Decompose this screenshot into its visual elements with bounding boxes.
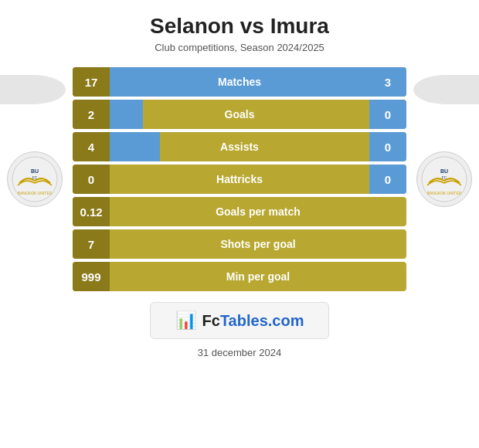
- stat-row: 2Goals0: [73, 100, 406, 129]
- stat-label: Assists: [110, 141, 369, 153]
- stat-row: 0Hattricks0: [73, 165, 406, 194]
- stat-right-value: 0: [369, 165, 406, 194]
- single-stat-value: 7: [73, 229, 110, 259]
- svg-text:BANGKOK UNITED: BANGKOK UNITED: [427, 191, 462, 195]
- fctables-label: FcTables.com: [202, 312, 304, 330]
- stat-label: Matches: [110, 76, 369, 88]
- stat-row: 17Matches3: [73, 67, 406, 97]
- stats-column: 17Matches32Goals04Assists00Hattricks00.1…: [70, 67, 409, 291]
- stat-row: 4Assists0: [73, 132, 406, 161]
- svg-text:BANGKOK UNITED: BANGKOK UNITED: [18, 191, 53, 195]
- single-stat-row: 0.12Goals per match: [73, 197, 406, 226]
- left-team-logo: BU FC BANGKOK UNITED: [0, 151, 70, 207]
- svg-text:BU: BU: [31, 168, 39, 174]
- right-ellipse: [413, 75, 479, 104]
- stat-left-value: 4: [73, 132, 110, 161]
- stat-left-value: 2: [73, 100, 110, 129]
- single-stat-label: Min per goal: [110, 270, 406, 283]
- single-stat-label: Goals per match: [110, 205, 406, 218]
- fctables-chart-icon: 📊: [175, 311, 196, 331]
- stat-label: Goals: [110, 108, 369, 120]
- fctables-badge: 📊 FcTables.com: [150, 302, 330, 339]
- stat-label: Hattricks: [110, 173, 369, 185]
- stat-right-value: 0: [369, 132, 406, 161]
- single-stat-value: 0.12: [73, 197, 110, 226]
- svg-text:BU: BU: [440, 168, 448, 174]
- single-stat-value: 999: [73, 262, 110, 291]
- single-stat-row: 999Min per goal: [73, 262, 406, 291]
- stat-left-value: 17: [73, 67, 110, 97]
- stat-right-value: 3: [369, 67, 406, 97]
- single-stat-row: 7Shots per goal: [73, 229, 406, 259]
- left-ellipse: [0, 75, 66, 104]
- subtitle: Club competitions, Season 2024/2025: [155, 42, 324, 53]
- stat-right-value: 0: [369, 100, 406, 129]
- stat-left-value: 0: [73, 165, 110, 194]
- page-title: Selanon vs Imura: [150, 14, 329, 39]
- footer-date: 31 december 2024: [198, 347, 281, 358]
- single-stat-label: Shots per goal: [110, 238, 406, 250]
- right-team-logo: BU FC BANGKOK UNITED: [409, 151, 479, 207]
